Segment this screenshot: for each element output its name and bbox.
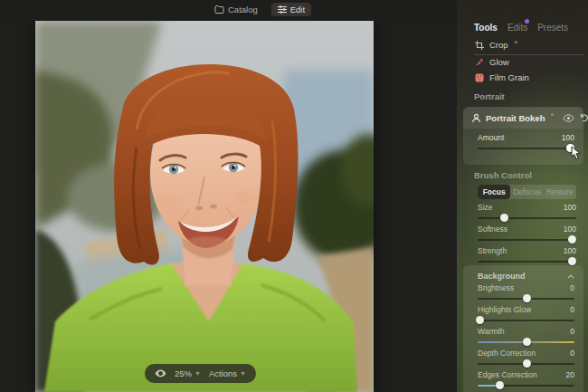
slider-label: Brightness xyxy=(478,283,514,292)
portrait-bokeh-header[interactable]: Portrait Bokeh * xyxy=(463,107,583,129)
folder-icon xyxy=(214,5,224,14)
slider-size: Size 100 xyxy=(478,203,576,222)
viewer-toolbar: 25% ▼ Actions ▼ xyxy=(145,364,256,383)
sliders-icon xyxy=(278,5,287,14)
actions-dropdown[interactable]: Actions ▼ xyxy=(209,368,246,378)
chevron-down-icon: ▼ xyxy=(240,370,246,377)
tool-label: Glow xyxy=(489,57,509,67)
slider-track[interactable] xyxy=(478,144,574,152)
slider-track[interactable] xyxy=(478,294,574,302)
divider xyxy=(474,54,584,55)
chevron-up-icon[interactable] xyxy=(567,274,574,279)
slider-label: Depth Correction xyxy=(478,349,536,358)
background-section: Background Brightness 0 Highlights Glow xyxy=(463,265,583,392)
modified-marker: * xyxy=(550,111,554,120)
edit-button[interactable]: Edit xyxy=(271,3,311,16)
slider-value: 100 xyxy=(562,133,574,142)
slider-softness: Softness 100 xyxy=(478,225,576,244)
tool-label: Film Grain xyxy=(489,72,529,82)
catalog-button[interactable]: Catalog xyxy=(208,3,264,16)
slider-knob[interactable] xyxy=(568,257,576,265)
slider-track[interactable] xyxy=(478,316,574,324)
reset-undo-icon[interactable] xyxy=(579,113,588,122)
tab-edits[interactable]: Edits xyxy=(507,23,527,33)
slider-track[interactable] xyxy=(478,338,574,346)
zoom-level-dropdown[interactable]: 25% ▼ xyxy=(175,368,201,378)
section-portrait: Portrait xyxy=(474,91,505,101)
slider-knob[interactable] xyxy=(523,294,531,302)
edit-label: Edit xyxy=(290,5,305,14)
tab-presets[interactable]: Presets xyxy=(537,23,568,33)
tab-tools[interactable]: Tools xyxy=(474,23,498,33)
notification-badge xyxy=(525,19,529,24)
slider-value: 0 xyxy=(570,305,574,314)
slider-label: Size xyxy=(478,203,493,212)
slider-edges-correction: Edges Correction 20 xyxy=(478,370,574,389)
slider-highlights-glow: Highlights Glow 0 xyxy=(478,305,574,324)
top-bar: Catalog Edit xyxy=(0,0,457,21)
panel-title: Portrait Bokeh xyxy=(486,113,545,123)
slider-value: 20 xyxy=(566,370,574,379)
zoom-level-value: 25% xyxy=(175,368,192,378)
slider-knob[interactable] xyxy=(476,316,484,324)
chevron-down-icon: ▼ xyxy=(194,370,201,377)
slider-track[interactable] xyxy=(478,214,576,222)
preview-eye-icon[interactable] xyxy=(155,369,166,378)
slider-warmth: Warmth 0 xyxy=(478,327,574,346)
slider-knob[interactable] xyxy=(496,381,504,389)
glow-brush-icon xyxy=(474,57,484,67)
section-background: Background xyxy=(478,272,526,281)
slider-value: 0 xyxy=(570,349,574,358)
crop-icon xyxy=(474,40,484,50)
slider-value: 0 xyxy=(570,283,574,292)
slider-amount: Amount 100 xyxy=(478,133,574,152)
actions-label: Actions xyxy=(209,368,237,378)
catalog-label: Catalog xyxy=(228,5,258,14)
slider-label: Softness xyxy=(478,225,507,234)
slider-track[interactable] xyxy=(478,381,574,389)
slider-knob[interactable] xyxy=(566,144,574,152)
slider-track[interactable] xyxy=(478,257,576,265)
brush-mode-focus[interactable]: Focus xyxy=(478,185,510,199)
brush-mode-restore[interactable]: Restore xyxy=(544,185,576,199)
slider-knob[interactable] xyxy=(523,338,531,346)
tool-item-crop[interactable]: Crop * xyxy=(474,40,517,50)
slider-label: Highlights Glow xyxy=(478,305,531,314)
slider-value: 100 xyxy=(564,203,576,212)
film-grain-icon xyxy=(474,72,484,82)
slider-label: Amount xyxy=(478,133,504,142)
edit-sidebar: Tools Edits Presets Crop * Glow xyxy=(457,0,588,392)
slider-value: 100 xyxy=(564,225,576,234)
visibility-eye-icon[interactable] xyxy=(563,114,574,122)
slider-brightness: Brightness 0 xyxy=(478,283,574,302)
tool-item-glow[interactable]: Glow xyxy=(474,57,509,67)
slider-label: Edges Correction xyxy=(478,370,537,379)
slider-label: Strength xyxy=(478,246,507,255)
slider-strength: Strength 100 xyxy=(478,246,576,265)
slider-label: Warmth xyxy=(478,327,504,336)
modified-marker: * xyxy=(515,39,518,48)
tool-label: Crop xyxy=(489,40,508,50)
portrait-bokeh-icon xyxy=(471,113,481,123)
slider-value: 0 xyxy=(570,327,574,336)
slider-knob[interactable] xyxy=(500,214,508,222)
portrait-photo[interactable] xyxy=(35,21,374,392)
slider-value: 100 xyxy=(564,246,576,255)
slider-knob[interactable] xyxy=(568,235,576,244)
brush-mode-switch: Focus Defocus Restore xyxy=(478,185,576,199)
section-brush-control: Brush Control xyxy=(474,170,532,180)
slider-track[interactable] xyxy=(478,359,574,368)
brush-mode-defocus[interactable]: Defocus xyxy=(510,185,543,199)
photo-canvas[interactable]: 25% ▼ Actions ▼ xyxy=(0,0,457,392)
slider-depth-correction: Depth Correction 0 xyxy=(478,349,574,368)
tool-item-film-grain[interactable]: Film Grain xyxy=(474,72,529,82)
slider-track[interactable] xyxy=(478,235,576,244)
portrait-bokeh-panel: Portrait Bokeh * Amount 100 xyxy=(463,107,583,165)
luminar-editor-window: 25% ▼ Actions ▼ Catalog Edit xyxy=(0,0,588,392)
sidebar-tabs: Tools Edits Presets xyxy=(474,23,568,33)
slider-knob[interactable] xyxy=(523,359,531,368)
